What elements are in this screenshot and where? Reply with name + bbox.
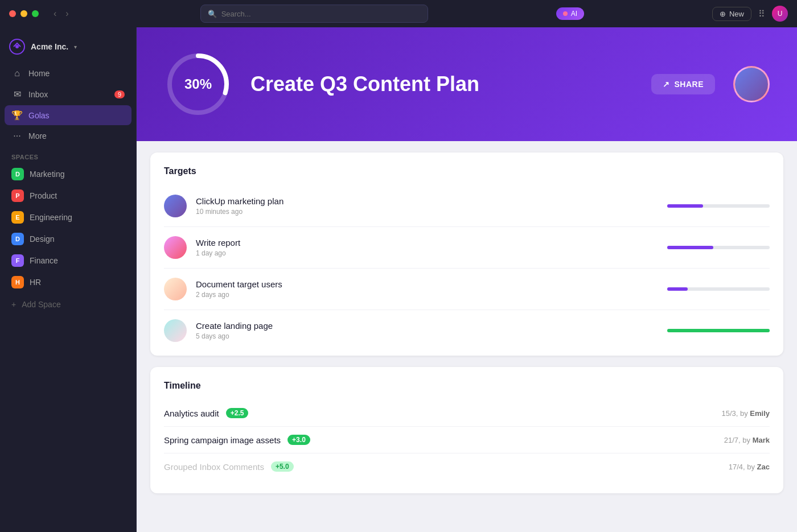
content-area: 30% Create Q3 Content Plan ↗ SHARE Targe… xyxy=(137,27,797,532)
target-item[interactable]: Document target users 2 days ago xyxy=(164,269,770,310)
timeline-item-name: Grouped Inbox Comments xyxy=(164,462,264,472)
timeline-badge: +2.5 xyxy=(226,408,249,418)
sidebar-item-more[interactable]: ··· More xyxy=(5,126,132,146)
hero-title: Create Q3 Content Plan xyxy=(250,72,633,96)
target-time: 5 days ago xyxy=(196,332,658,340)
new-label: New xyxy=(729,10,744,18)
target-progress-bar xyxy=(667,329,770,332)
titlebar-right: ⊕ New ⠿ U xyxy=(712,6,788,22)
sidebar-item-space[interactable]: F Finance xyxy=(5,250,132,271)
forward-button[interactable]: › xyxy=(62,7,72,20)
maximize-button[interactable] xyxy=(32,10,39,17)
ai-label: AI xyxy=(571,10,577,18)
ai-button[interactable]: AI xyxy=(556,7,584,20)
timeline-meta: 17/4, by Zac xyxy=(729,463,770,471)
space-name: Marketing xyxy=(30,170,64,179)
goals-icon: 🏆 xyxy=(11,110,23,121)
target-progress-fill xyxy=(667,287,688,291)
space-dot: F xyxy=(11,254,24,267)
target-progress-bar xyxy=(667,246,770,249)
sidebar-item-goals[interactable]: 🏆 Golas xyxy=(5,105,132,125)
timeline-item-name: Analytics audit xyxy=(164,409,219,418)
titlebar: ‹ › 🔍 AI ⊕ New ⠿ U xyxy=(0,0,797,27)
target-avatar xyxy=(164,319,187,342)
target-avatar xyxy=(164,236,187,259)
svg-point-1 xyxy=(15,45,19,48)
search-icon: 🔍 xyxy=(208,10,217,18)
inbox-icon: ✉ xyxy=(11,89,23,100)
timeline-card: Timeline Analytics audit +2.5 15/3, by E… xyxy=(150,367,783,493)
sidebar-inbox-label: Inbox xyxy=(28,90,48,99)
workspace-name: Acme Inc. xyxy=(31,42,68,51)
sidebar-item-home[interactable]: ⌂ Home xyxy=(5,64,132,83)
sidebar-spaces: D Marketing P Product E Engineering D De… xyxy=(0,164,136,294)
target-progress-bar xyxy=(667,287,770,291)
timeline-title: Timeline xyxy=(164,381,770,391)
window-controls xyxy=(9,10,39,17)
target-name: Document target users xyxy=(196,279,658,289)
timeline-meta: 15/3, by Emily xyxy=(721,409,770,418)
target-progress-fill xyxy=(667,204,703,208)
workspace-header[interactable]: Acme Inc. ▾ xyxy=(0,34,136,64)
new-button[interactable]: ⊕ New xyxy=(712,7,751,21)
search-bar[interactable]: 🔍 xyxy=(200,5,428,23)
share-icon: ↗ xyxy=(663,80,670,89)
space-name: Product xyxy=(30,191,57,200)
share-button[interactable]: ↗ SHARE xyxy=(651,74,715,94)
grid-icon[interactable]: ⠿ xyxy=(758,9,765,19)
minimize-button[interactable] xyxy=(20,10,27,17)
nav-arrows: ‹ › xyxy=(50,7,72,20)
sidebar-item-space[interactable]: E Engineering xyxy=(5,207,132,228)
add-icon: + xyxy=(11,300,16,309)
user-avatar[interactable]: U xyxy=(772,6,788,22)
sidebar-goals-label: Golas xyxy=(28,111,50,120)
target-time: 1 day ago xyxy=(196,249,658,257)
sidebar-item-space[interactable]: D Marketing xyxy=(5,164,132,184)
sidebar-item-space[interactable]: H HR xyxy=(5,272,132,292)
target-name: Create landing page xyxy=(196,321,658,331)
space-dot: E xyxy=(11,211,24,224)
timeline-badge: +5.0 xyxy=(271,461,294,472)
space-name: Engineering xyxy=(30,213,72,222)
progress-ring: 30% xyxy=(164,50,232,118)
sidebar-item-space[interactable]: P Product xyxy=(5,185,132,206)
target-item[interactable]: Create landing page 5 days ago xyxy=(164,310,770,342)
target-name: ClickUp marketing plan xyxy=(196,196,658,206)
target-info: Create landing page 5 days ago xyxy=(196,321,658,340)
target-progress-fill xyxy=(667,329,770,332)
search-input[interactable] xyxy=(221,10,421,18)
target-name: Write report xyxy=(196,238,658,248)
timeline-item[interactable]: Analytics audit +2.5 15/3, by Emily xyxy=(164,400,770,427)
space-name: Design xyxy=(30,234,55,244)
target-avatar xyxy=(164,278,187,300)
timeline-item[interactable]: Spring campaign image assets +3.0 21/7, … xyxy=(164,427,770,453)
target-info: Document target users 2 days ago xyxy=(196,279,658,299)
space-name: Finance xyxy=(30,256,58,265)
timeline-badge: +3.0 xyxy=(287,435,310,445)
sidebar-item-inbox[interactable]: ✉ Inbox 9 xyxy=(5,84,132,104)
progress-percent: 30% xyxy=(184,76,212,92)
space-dot: D xyxy=(11,233,24,245)
target-item[interactable]: ClickUp marketing plan 10 minutes ago xyxy=(164,185,770,227)
space-dot: D xyxy=(11,168,24,180)
inbox-badge: 9 xyxy=(114,90,125,98)
target-item[interactable]: Write report 1 day ago xyxy=(164,227,770,269)
sidebar-home-label: Home xyxy=(28,69,50,78)
target-info: ClickUp marketing plan 10 minutes ago xyxy=(196,196,658,216)
timeline-item[interactable]: Grouped Inbox Comments +5.0 17/4, by Zac xyxy=(164,453,770,480)
hero-avatar-image xyxy=(735,67,768,101)
workspace-icon xyxy=(9,39,25,55)
sidebar-item-space[interactable]: D Design xyxy=(5,229,132,249)
add-space-label: Add Space xyxy=(22,300,61,309)
target-avatar xyxy=(164,195,187,217)
sidebar-nav: ⌂ Home ✉ Inbox 9 🏆 Golas ··· More xyxy=(0,64,136,147)
hero-user-avatar xyxy=(733,66,770,102)
main-layout: Acme Inc. ▾ ⌂ Home ✉ Inbox 9 🏆 Golas ···… xyxy=(0,27,797,532)
timeline-meta: 21/7, by Mark xyxy=(724,436,770,444)
close-button[interactable] xyxy=(9,10,16,17)
sidebar-more-label: More xyxy=(28,131,47,141)
targets-card: Targets ClickUp marketing plan 10 minute… xyxy=(150,152,783,356)
targets-title: Targets xyxy=(164,166,770,176)
back-button[interactable]: ‹ xyxy=(50,7,60,20)
add-space-button[interactable]: + Add Space xyxy=(0,296,136,313)
